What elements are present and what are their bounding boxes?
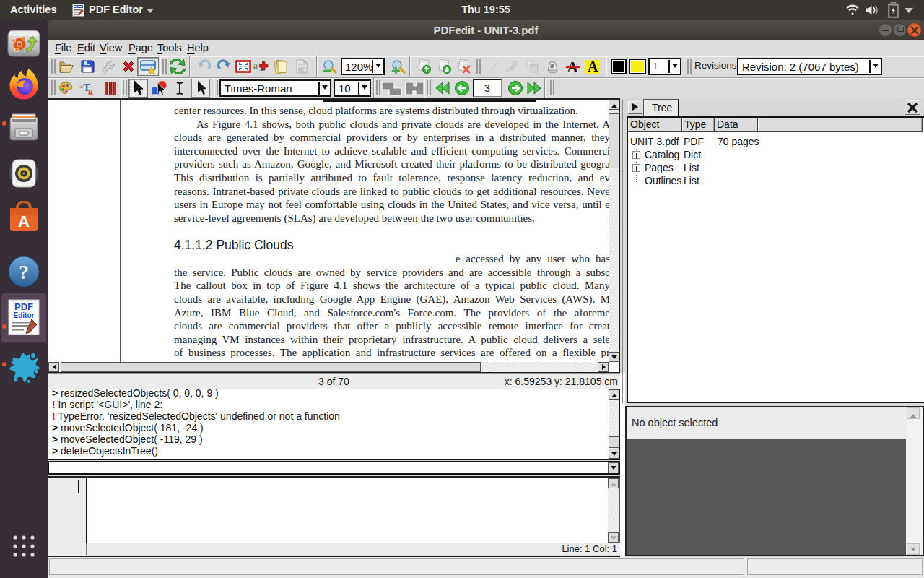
svg-text:α: α (550, 61, 554, 69)
svg-text:A: A (18, 212, 30, 230)
svg-text:?: ? (19, 261, 29, 283)
svg-text:PDF: PDF (14, 301, 33, 312)
svg-text:A: A (588, 59, 598, 74)
svg-text:a: a (79, 82, 83, 90)
svg-text:Editor: Editor (14, 311, 35, 319)
